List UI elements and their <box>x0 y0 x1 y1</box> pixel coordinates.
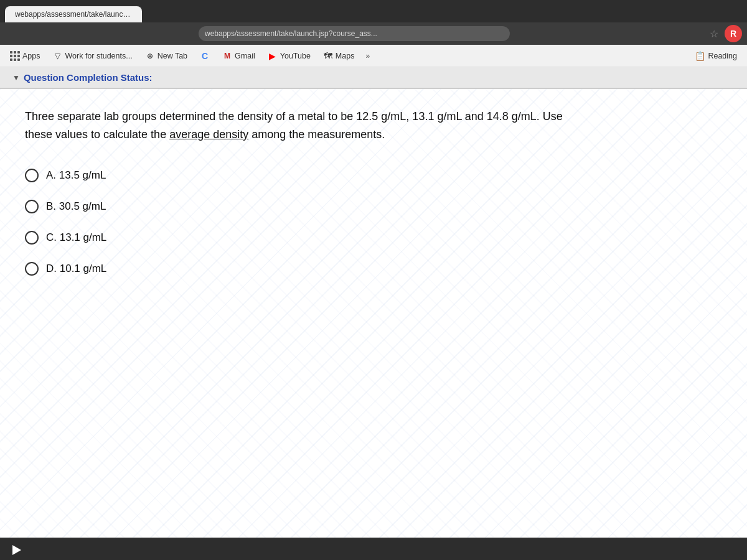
avatar[interactable]: R <box>725 25 742 42</box>
maps-bookmark[interactable]: 🗺 Maps <box>318 49 360 63</box>
play-triangle-icon <box>12 545 21 555</box>
apps-label: Apps <box>22 52 40 60</box>
option-d[interactable]: D. 10.1 g/mL <box>25 262 722 276</box>
question-text-part2: among the measurements. <box>248 128 385 141</box>
question-box: Three separate lab groups determined the… <box>0 89 747 538</box>
chrome-bar: webapps/assessment/take/launch.jsp?cours… <box>0 22 747 45</box>
bookmarks-bar: Apps ▽ Work for students... ⊕ New Tab C … <box>0 45 747 67</box>
question-status-bar: ▼ Question Completion Status: <box>0 67 747 89</box>
maps-icon: 🗺 <box>323 51 333 61</box>
new-tab-label: New Tab <box>157 52 187 60</box>
gmail-bookmark[interactable]: M Gmail <box>217 49 260 63</box>
bookmark-folder-icon: ▽ <box>53 51 63 61</box>
youtube-label: YouTube <box>280 52 311 60</box>
more-label: » <box>365 52 370 60</box>
radio-d[interactable] <box>25 262 39 276</box>
chrome-icon: C <box>200 51 210 61</box>
avatar-initial: R <box>730 29 736 39</box>
question-text-underlined: average density <box>169 128 248 141</box>
url-text: webapps/assessment/take/launch.jsp?cours… <box>205 29 377 38</box>
url-bar[interactable]: webapps/assessment/take/launch.jsp?cours… <box>199 26 510 41</box>
more-bookmarks-button[interactable]: » <box>362 49 374 63</box>
reading-label: Reading <box>708 52 737 60</box>
chrome-bookmark[interactable]: C <box>195 49 215 63</box>
option-b-label: B. 30.5 g/mL <box>46 200 106 213</box>
tab-title: webapps/assessment/take/launch.jsp?cours… <box>15 10 142 19</box>
question-completion-label: Question Completion Status: <box>24 72 153 83</box>
collapse-arrow-icon[interactable]: ▼ <box>12 73 20 82</box>
gmail-label: Gmail <box>235 52 255 60</box>
maps-label: Maps <box>336 52 355 60</box>
youtube-bookmark[interactable]: ▶ YouTube <box>263 49 316 63</box>
tab-bar: webapps/assessment/take/launch.jsp?cours… <box>0 0 747 22</box>
new-tab-icon: ⊕ <box>145 51 155 61</box>
apps-grid-icon <box>10 51 20 61</box>
work-students-label: Work for students... <box>65 52 133 60</box>
answer-options: A. 13.5 g/mL B. 30.5 g/mL C. 13.1 g/mL D… <box>25 169 722 276</box>
youtube-icon: ▶ <box>268 51 278 61</box>
apps-bookmark[interactable]: Apps <box>5 49 45 63</box>
radio-b[interactable] <box>25 200 39 213</box>
bottom-panel <box>0 538 747 560</box>
option-c[interactable]: C. 13.1 g/mL <box>25 231 722 245</box>
main-content: ▼ Question Completion Status: Three sepa… <box>0 67 747 560</box>
work-students-bookmark[interactable]: ▽ Work for students... <box>48 49 138 63</box>
option-a-label: A. 13.5 g/mL <box>46 169 106 182</box>
gmail-icon: M <box>222 51 232 61</box>
new-tab-bookmark[interactable]: ⊕ New Tab <box>140 49 192 63</box>
radio-c[interactable] <box>25 231 39 245</box>
option-b[interactable]: B. 30.5 g/mL <box>25 200 722 213</box>
question-text: Three separate lab groups determined the… <box>25 108 585 144</box>
active-tab[interactable]: webapps/assessment/take/launch.jsp?cours… <box>5 6 142 22</box>
play-button[interactable] <box>9 543 24 558</box>
option-c-label: C. 13.1 g/mL <box>46 231 106 244</box>
reading-button[interactable]: 📋 Reading <box>690 49 742 63</box>
star-icon[interactable]: ☆ <box>707 27 721 41</box>
option-d-label: D. 10.1 g/mL <box>46 263 106 275</box>
radio-a[interactable] <box>25 169 39 182</box>
option-a[interactable]: A. 13.5 g/mL <box>25 169 722 182</box>
reading-icon: 📋 <box>695 51 705 61</box>
